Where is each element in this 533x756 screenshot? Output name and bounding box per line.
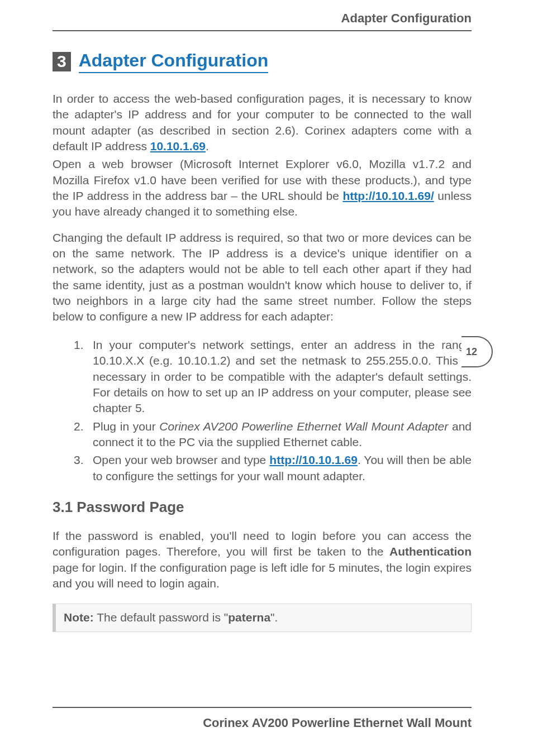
default-password-value: paterna xyxy=(228,611,270,624)
paragraph: Open a web browser (Microsoft Internet E… xyxy=(53,156,472,219)
list-text: Plug in your Corinex AV200 Powerline Eth… xyxy=(93,419,472,451)
list-item: 1. In your computer's network settings, … xyxy=(74,337,472,417)
text-run: . xyxy=(206,140,209,152)
text-run: The default password is " xyxy=(94,611,229,624)
numbered-steps: 1. In your computer's network settings, … xyxy=(74,337,472,484)
config-url-link[interactable]: http://10.10.1.69/ xyxy=(342,189,434,202)
paragraph: If the password is enabled, you'll need … xyxy=(53,528,472,591)
paragraph: Changing the default IP address is requi… xyxy=(53,230,472,325)
list-item: 3. Open your web browser and type http:/… xyxy=(74,452,472,484)
bold-term: Authentication xyxy=(389,545,472,558)
body-text: In order to access the web-based configu… xyxy=(53,91,472,632)
chapter-heading: 3 Adapter Configuration xyxy=(53,50,472,73)
list-text: Open your web browser and type http://10… xyxy=(93,452,472,484)
section-heading: 3.1 Password Page xyxy=(53,497,472,517)
text-run: ". xyxy=(270,611,278,624)
running-header: Adapter Configuration xyxy=(53,11,472,31)
footer-text: Corinex AV200 Powerline Ethernet Wall Mo… xyxy=(53,716,472,730)
text-run: Plug in your xyxy=(93,420,159,433)
list-number: 1. xyxy=(74,337,87,417)
document-page: Adapter Configuration 3 Adapter Configur… xyxy=(0,0,533,756)
text-run: In order to access the web-based configu… xyxy=(53,92,472,152)
list-number: 2. xyxy=(74,419,87,451)
note-label: Note: xyxy=(64,611,94,624)
page-number: 12 xyxy=(466,346,477,358)
paragraph: In order to access the web-based configu… xyxy=(53,91,472,154)
text-run: Open your web browser and type xyxy=(93,453,269,466)
page-number-tab: 12 xyxy=(461,336,493,367)
text-run: page for login. If the configuration pag… xyxy=(53,561,472,590)
list-item: 2. Plug in your Corinex AV200 Powerline … xyxy=(74,419,472,451)
chapter-number-badge: 3 xyxy=(53,52,71,71)
list-number: 3. xyxy=(74,452,87,484)
product-name-italic: Corinex AV200 Powerline Ethernet Wall Mo… xyxy=(159,420,448,433)
chapter-title-text: Adapter Configuration xyxy=(79,50,269,73)
ip-address-link[interactable]: 10.10.1.69 xyxy=(150,140,206,152)
footer-rule xyxy=(53,707,472,708)
list-text: In your computer's network settings, ent… xyxy=(93,337,472,417)
config-url-link[interactable]: http://10.10.1.69 xyxy=(269,453,358,466)
note-callout: Note: The default password is "paterna". xyxy=(53,604,472,631)
